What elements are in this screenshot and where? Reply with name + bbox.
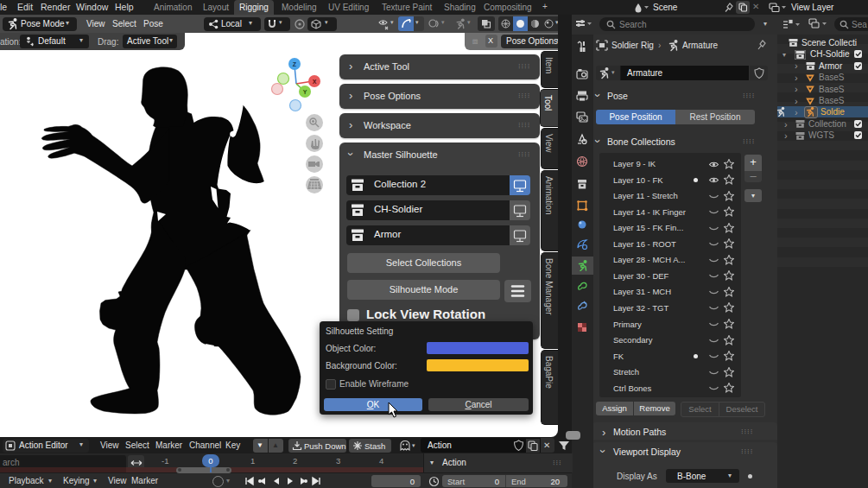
svg-text:Y: Y xyxy=(303,89,307,95)
svg-text:Z: Z xyxy=(293,61,297,67)
svg-text:X: X xyxy=(313,79,317,85)
